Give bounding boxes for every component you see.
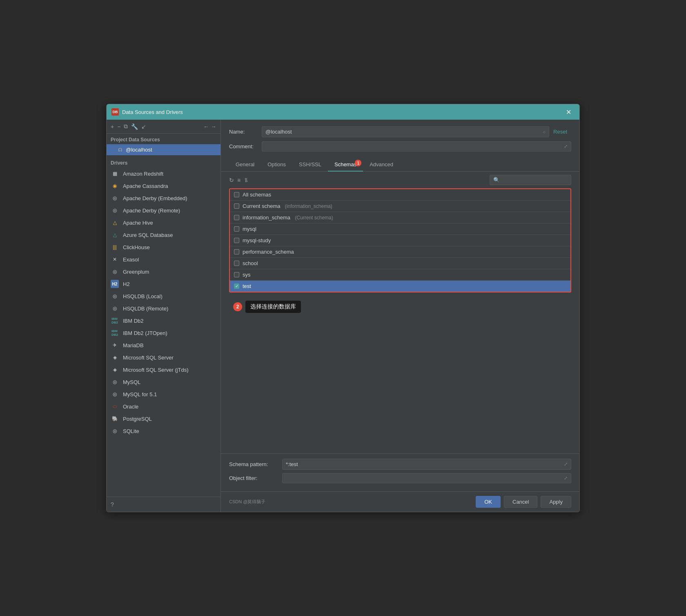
driver-item-sqlite[interactable]: ◎ SQLite — [107, 425, 220, 437]
schema-name: school — [243, 260, 258, 266]
driver-item-apache-cassandra[interactable]: ◉ Apache Cassandra — [107, 180, 220, 192]
forward-button[interactable]: → — [211, 123, 216, 130]
schema-checkbox-current[interactable] — [234, 203, 239, 209]
sidebar: + − ⧉ 🔧 ↙ ← → Project Data Sources ☊ @lo… — [107, 120, 221, 512]
add-icon[interactable]: + — [111, 123, 114, 130]
schema-pattern-label: Schema pattern: — [229, 461, 282, 467]
ok-button[interactable]: OK — [476, 496, 501, 508]
comment-input-wrapper[interactable]: ⤢ — [262, 141, 571, 152]
help-button[interactable]: ? — [107, 497, 220, 512]
title-bar: DB Data Sources and Drivers ✕ — [107, 104, 579, 120]
driver-item-exasol[interactable]: ✕ Exasol — [107, 253, 220, 266]
schema-checkbox-sys[interactable] — [234, 272, 239, 277]
schema-pattern-expand-icon[interactable]: ⤢ — [564, 462, 568, 467]
driver-item-apache-derby-remote[interactable]: ◎ Apache Derby (Remote) — [107, 204, 220, 216]
sidebar-item-label: @localhost — [126, 147, 152, 153]
schema-note: (information_schema) — [283, 203, 332, 209]
duplicate-icon[interactable]: ⧉ — [124, 123, 128, 130]
mssql-icon: ◈ — [111, 353, 119, 362]
name-label: Name: — [229, 129, 262, 135]
sidebar-item-localhost[interactable]: ☊ @localhost — [107, 144, 220, 155]
tab-general[interactable]: General — [229, 158, 261, 172]
main-window: DB Data Sources and Drivers ✕ + − ⧉ 🔧 ↙ … — [106, 104, 580, 512]
tab-options[interactable]: Options — [261, 158, 292, 172]
tabs-bar: General Options SSH/SSL Schemas 1 Advanc… — [221, 158, 579, 172]
driver-item-mysql[interactable]: ◎ MySQL — [107, 376, 220, 388]
comment-label: Comment: — [229, 143, 262, 150]
driver-name: Apache Cassandra — [123, 183, 168, 189]
driver-item-apache-hive[interactable]: △ Apache Hive — [107, 216, 220, 229]
schema-item-information[interactable]: information_schema (Current schema) — [230, 212, 570, 223]
schema-checkbox-performance[interactable] — [234, 249, 239, 254]
expand-all-icon[interactable]: ⥮ — [244, 177, 249, 183]
driver-item-amazon-redshift[interactable]: ▦ Amazon Redshift — [107, 167, 220, 180]
schema-item-sys[interactable]: sys — [230, 269, 570, 281]
driver-name: Azure SQL Database — [123, 232, 173, 238]
expand-icon[interactable]: ⤢ — [564, 144, 568, 149]
driver-item-apache-derby-embedded[interactable]: ◎ Apache Derby (Embedded) — [107, 192, 220, 204]
schema-item-mysql[interactable]: mysql — [230, 223, 570, 235]
driver-name: Amazon Redshift — [123, 171, 163, 177]
driver-item-ibm-db2-jtopen[interactable]: IBMDB2 IBM Db2 (JTOpen) — [107, 327, 220, 339]
driver-item-mysql51[interactable]: ◎ MySQL for 5.1 — [107, 388, 220, 400]
drivers-section-title: Drivers — [107, 155, 220, 167]
driver-item-postgresql[interactable]: 🐘 PostgreSQL — [107, 413, 220, 425]
driver-name: ClickHouse — [123, 244, 150, 250]
schema-name: mysql — [243, 226, 256, 232]
schema-item-mysql-study[interactable]: mysql-study — [230, 235, 570, 246]
driver-item-oracle[interactable]: ⬭ Oracle — [107, 400, 220, 413]
search-box[interactable]: 🔍 — [490, 175, 571, 185]
driver-item-ibm-db2[interactable]: IBMDB2 IBM Db2 — [107, 315, 220, 327]
search-input[interactable] — [501, 177, 568, 183]
schema-item-test[interactable]: ✓ test — [230, 281, 570, 292]
import-icon[interactable]: ↙ — [141, 123, 146, 130]
driver-name: IBM Db2 (JTOpen) — [123, 330, 167, 336]
schema-item-performance[interactable]: performance_schema — [230, 246, 570, 258]
schema-pattern-input[interactable]: *:test ⤢ — [282, 459, 571, 470]
window-body: + − ⧉ 🔧 ↙ ← → Project Data Sources ☊ @lo… — [107, 120, 579, 512]
schema-checkbox-school[interactable] — [234, 261, 239, 266]
driver-item-mssql[interactable]: ◈ Microsoft SQL Server — [107, 351, 220, 364]
tab-sshssl[interactable]: SSH/SSL — [292, 158, 328, 172]
schema-checkbox-mysql-study[interactable] — [234, 238, 239, 243]
driver-item-h2[interactable]: H2 H2 — [107, 278, 220, 290]
back-button[interactable]: ← — [203, 123, 209, 130]
object-filter-expand-icon[interactable]: ⤢ — [564, 475, 568, 481]
settings-icon[interactable]: 🔧 — [131, 123, 138, 130]
footer: CSDN @莫得脑子 OK Cancel Apply — [221, 491, 579, 512]
apply-button[interactable]: Apply — [541, 496, 571, 508]
collapse-icon[interactable]: ≡ — [237, 177, 241, 183]
schema-checkbox-all[interactable] — [234, 192, 239, 197]
schema-item-current[interactable]: Current schema (information_schema) — [230, 201, 570, 212]
schema-checkbox-test[interactable]: ✓ — [234, 283, 239, 289]
schema-name: Current schema — [243, 203, 280, 209]
driver-item-hsqldb-remote[interactable]: ◎ HSQLDB (Remote) — [107, 302, 220, 315]
greenplum-icon: ◎ — [111, 268, 119, 276]
comment-row: Comment: ⤢ — [229, 141, 571, 152]
azure-sql-icon: △ — [111, 231, 119, 239]
schema-item-school[interactable]: school — [230, 258, 570, 269]
driver-item-greenplum[interactable]: ◎ Greenplum — [107, 266, 220, 278]
driver-item-azure-sql[interactable]: △ Azure SQL Database — [107, 229, 220, 241]
object-filter-input[interactable]: ⤢ — [282, 473, 571, 483]
object-filter-label: Object filter: — [229, 475, 282, 481]
tab-schemas[interactable]: Schemas 1 — [328, 158, 363, 172]
refresh-icon[interactable]: ↻ — [229, 177, 234, 183]
tab-advanced[interactable]: Advanced — [363, 158, 400, 172]
driver-name: H2 — [123, 281, 130, 287]
close-button[interactable]: ✕ — [563, 107, 575, 118]
reset-button[interactable]: Reset — [549, 127, 571, 137]
driver-item-hsqldb-local[interactable]: ◎ HSQLDB (Local) — [107, 290, 220, 302]
schema-item-all[interactable]: All schemas — [230, 189, 570, 201]
schema-checkbox-information[interactable] — [234, 215, 239, 220]
object-filter-row: Object filter: ⤢ — [229, 473, 571, 483]
annotation-badge: 2 选择连接的数据库 — [233, 301, 301, 313]
main-content: Name: @localhost ○ Reset Comment: ⤢ — [221, 120, 579, 512]
driver-name: Apache Derby (Embedded) — [123, 195, 187, 201]
cancel-button[interactable]: Cancel — [504, 496, 537, 508]
driver-item-mssql-jtds[interactable]: ◈ Microsoft SQL Server (jTds) — [107, 364, 220, 376]
schema-checkbox-mysql[interactable] — [234, 226, 239, 232]
driver-item-clickhouse[interactable]: ||| ClickHouse — [107, 241, 220, 253]
driver-item-mariadb[interactable]: ✈ MariaDB — [107, 339, 220, 351]
remove-icon[interactable]: − — [117, 123, 120, 130]
